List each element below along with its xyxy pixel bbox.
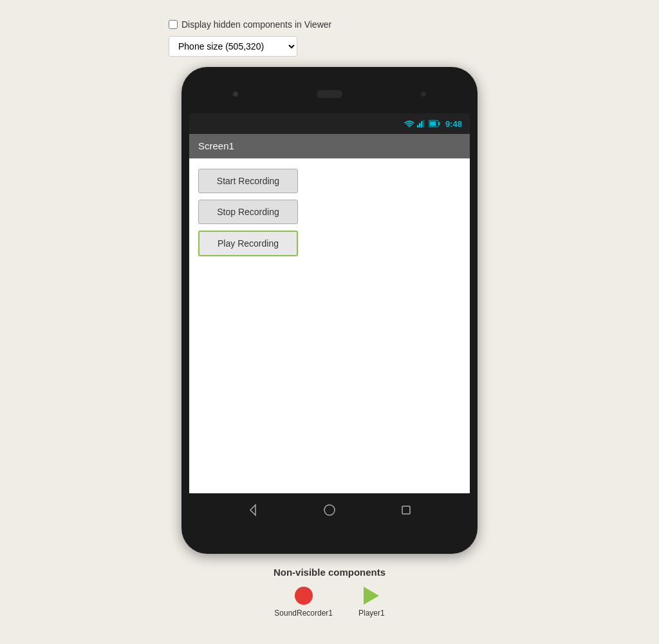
- stop-recording-button[interactable]: Stop Recording: [198, 200, 298, 224]
- front-camera-right: [421, 91, 426, 97]
- speaker-grill: [317, 90, 342, 98]
- svg-rect-2: [419, 123, 421, 128]
- phone-bottom-bar: [189, 527, 470, 546]
- nav-back-icon[interactable]: [246, 504, 259, 516]
- wifi-icon: [404, 120, 414, 128]
- app-bar: Screen1: [189, 134, 470, 158]
- top-controls: Display hidden components in Viewer Phon…: [169, 19, 490, 57]
- status-icons: 9:48: [404, 119, 462, 129]
- checkbox-row: Display hidden components in Viewer: [169, 19, 490, 30]
- camera-dot: [233, 91, 238, 97]
- svg-rect-1: [417, 125, 419, 128]
- nav-home-icon[interactable]: [323, 504, 336, 516]
- svg-point-9: [324, 505, 335, 515]
- phone-frame: 9:48 Screen1 Start Recording Stop Record…: [181, 67, 478, 554]
- svg-marker-8: [250, 505, 255, 515]
- player-item: Player1: [358, 587, 385, 618]
- status-bar: 9:48: [189, 113, 470, 134]
- svg-rect-10: [402, 506, 410, 514]
- sound-recorder-label: SoundRecorder1: [274, 609, 333, 618]
- app-title: Screen1: [198, 140, 234, 151]
- signal-icon: [417, 120, 426, 128]
- phone-nav-bar: [189, 493, 470, 527]
- play-recording-button[interactable]: Play Recording: [198, 231, 298, 256]
- svg-rect-4: [423, 120, 425, 128]
- svg-rect-7: [429, 122, 436, 126]
- screen-content: Start Recording Stop Recording Play Reco…: [189, 158, 470, 493]
- svg-rect-3: [421, 121, 423, 128]
- player-label: Player1: [358, 609, 385, 618]
- player-icon: [364, 587, 379, 605]
- non-visible-title: Non-visible components: [274, 567, 385, 578]
- size-select[interactable]: Phone size (505,320) Tablet size (1024,6…: [169, 36, 297, 57]
- phone-screen: 9:48 Screen1 Start Recording Stop Record…: [189, 113, 470, 527]
- hidden-components-checkbox[interactable]: [169, 20, 178, 29]
- sound-recorder-item: SoundRecorder1: [274, 587, 333, 618]
- battery-icon: [429, 120, 440, 128]
- svg-point-0: [409, 126, 410, 128]
- start-recording-button[interactable]: Start Recording: [198, 169, 298, 193]
- sound-recorder-icon: [295, 587, 313, 605]
- svg-rect-6: [438, 122, 440, 126]
- non-visible-section: Non-visible components SoundRecorder1 Pl…: [274, 567, 385, 618]
- hidden-components-label: Display hidden components in Viewer: [181, 19, 331, 30]
- phone-top-bar: [189, 75, 470, 113]
- nav-recents-icon[interactable]: [400, 504, 413, 516]
- status-time: 9:48: [445, 119, 462, 129]
- non-visible-items: SoundRecorder1 Player1: [274, 587, 385, 618]
